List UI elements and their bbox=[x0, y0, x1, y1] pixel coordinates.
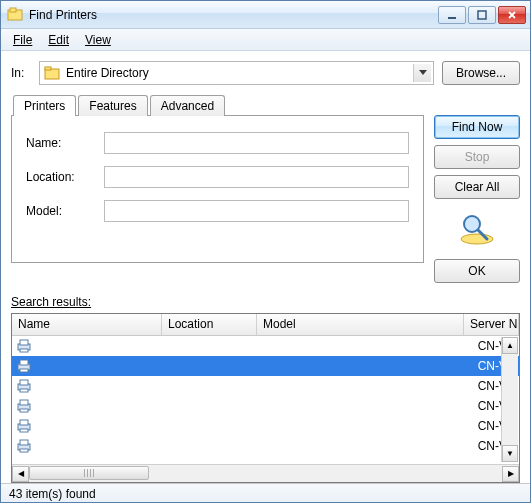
title-bar: Find Printers bbox=[1, 1, 530, 29]
printer-icon bbox=[16, 359, 32, 373]
menu-view[interactable]: View bbox=[77, 31, 119, 49]
scroll-right-icon[interactable]: ▶ bbox=[502, 466, 519, 482]
printer-icon bbox=[16, 419, 32, 433]
in-row: In: Entire Directory Browse... bbox=[11, 61, 520, 85]
svg-rect-2 bbox=[448, 17, 456, 19]
menu-edit[interactable]: Edit bbox=[40, 31, 77, 49]
svg-rect-19 bbox=[20, 380, 28, 385]
folder-icon bbox=[44, 65, 60, 81]
in-label: In: bbox=[11, 66, 31, 80]
browse-button[interactable]: Browse... bbox=[442, 61, 520, 85]
svg-rect-28 bbox=[20, 440, 28, 445]
printer-icon bbox=[16, 439, 32, 453]
svg-rect-29 bbox=[20, 449, 28, 452]
svg-marker-8 bbox=[419, 70, 427, 75]
table-row[interactable]: CN-VM bbox=[12, 336, 519, 356]
search-icon bbox=[457, 209, 497, 249]
stop-button[interactable]: Stop bbox=[434, 145, 520, 169]
location-input[interactable] bbox=[104, 166, 409, 188]
name-input[interactable] bbox=[104, 132, 409, 154]
tab-features[interactable]: Features bbox=[78, 95, 147, 116]
svg-rect-16 bbox=[20, 360, 28, 365]
table-row[interactable]: CN-VM bbox=[12, 376, 519, 396]
table-row[interactable]: CN-VM bbox=[12, 416, 519, 436]
scroll-up-icon[interactable]: ▲ bbox=[502, 337, 518, 354]
location-label: Location: bbox=[26, 170, 104, 184]
chevron-down-icon[interactable] bbox=[413, 64, 431, 82]
clear-all-button[interactable]: Clear All bbox=[434, 175, 520, 199]
status-bar: 43 item(s) found bbox=[1, 483, 530, 503]
status-text: 43 item(s) found bbox=[9, 487, 96, 501]
printer-icon bbox=[16, 399, 32, 413]
printer-icon bbox=[16, 379, 32, 393]
app-icon bbox=[7, 7, 23, 23]
model-input[interactable] bbox=[104, 200, 409, 222]
scroll-thumb[interactable] bbox=[29, 466, 149, 480]
tab-body: Name: Location: Model: bbox=[11, 115, 424, 263]
svg-rect-22 bbox=[20, 400, 28, 405]
name-label: Name: bbox=[26, 136, 104, 150]
ok-button[interactable]: OK bbox=[434, 259, 520, 283]
svg-rect-1 bbox=[10, 8, 16, 12]
vertical-scrollbar[interactable]: ▲ ▼ bbox=[501, 337, 518, 462]
svg-rect-25 bbox=[20, 420, 28, 425]
col-server[interactable]: Server N bbox=[464, 314, 519, 335]
svg-rect-13 bbox=[20, 340, 28, 345]
scroll-left-icon[interactable]: ◀ bbox=[12, 466, 29, 482]
svg-rect-14 bbox=[20, 349, 28, 352]
svg-rect-20 bbox=[20, 389, 28, 392]
list-header: Name Location Model Server N bbox=[12, 314, 519, 336]
scroll-down-icon[interactable]: ▼ bbox=[502, 445, 518, 462]
directory-value: Entire Directory bbox=[66, 66, 149, 80]
find-now-button[interactable]: Find Now bbox=[434, 115, 520, 139]
svg-rect-3 bbox=[478, 11, 486, 19]
svg-rect-17 bbox=[20, 369, 28, 372]
menu-bar: File Edit View bbox=[1, 29, 530, 51]
content-area: In: Entire Directory Browse... Printers … bbox=[1, 51, 530, 289]
window-title: Find Printers bbox=[29, 8, 438, 22]
maximize-button[interactable] bbox=[468, 6, 496, 24]
results-label: Search results: bbox=[11, 295, 530, 309]
col-location[interactable]: Location bbox=[162, 314, 257, 335]
printer-icon bbox=[16, 339, 32, 353]
tab-printers[interactable]: Printers bbox=[13, 95, 76, 116]
list-body: CN-VMCN-VMCN-VMCN-VMCN-VMCN-VM bbox=[12, 336, 519, 464]
model-label: Model: bbox=[26, 204, 104, 218]
table-row[interactable]: CN-VM bbox=[12, 356, 519, 376]
horizontal-scrollbar[interactable]: ◀ ▶ bbox=[12, 464, 519, 482]
tab-advanced[interactable]: Advanced bbox=[150, 95, 225, 116]
actions-column: Find Now Stop Clear All OK bbox=[434, 95, 520, 283]
minimize-button[interactable] bbox=[438, 6, 466, 24]
svg-rect-7 bbox=[45, 67, 51, 70]
results-list: Name Location Model Server N CN-VMCN-VMC… bbox=[11, 313, 520, 483]
svg-rect-26 bbox=[20, 429, 28, 432]
directory-combo[interactable]: Entire Directory bbox=[39, 61, 434, 85]
col-model[interactable]: Model bbox=[257, 314, 464, 335]
svg-rect-23 bbox=[20, 409, 28, 412]
table-row[interactable]: CN-VM bbox=[12, 396, 519, 416]
close-button[interactable] bbox=[498, 6, 526, 24]
tabs-header: Printers Features Advanced bbox=[11, 95, 424, 116]
col-name[interactable]: Name bbox=[12, 314, 162, 335]
menu-file[interactable]: File bbox=[5, 31, 40, 49]
table-row[interactable]: CN-VM bbox=[12, 436, 519, 456]
